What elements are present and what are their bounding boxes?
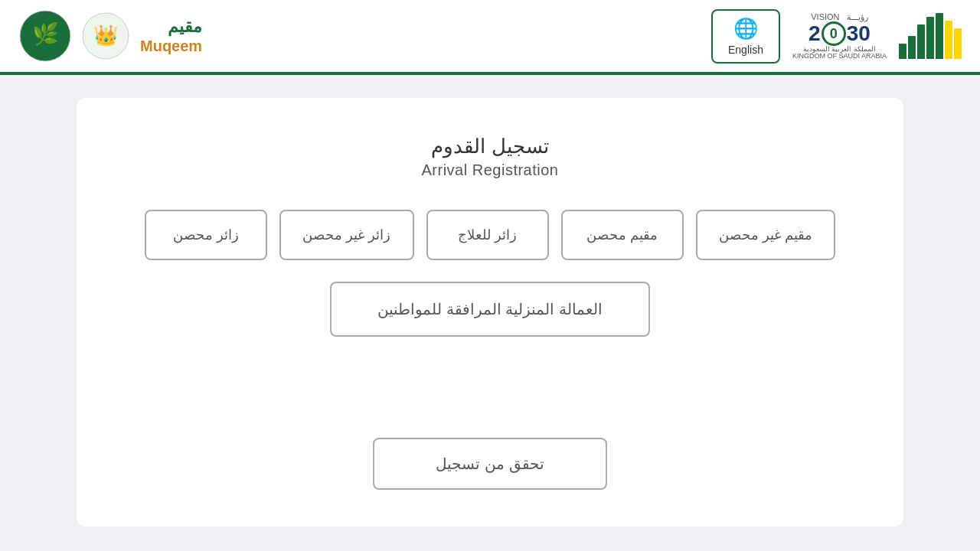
vision-2030-logo: رؤيـــة VISION 2 0 30 المملكة العربية ال… [792, 13, 887, 60]
page-title-arabic: تسجيل القدوم [431, 135, 548, 158]
muqeem-english-label: Muqeem [140, 37, 202, 55]
vision-year: 2 0 30 [808, 21, 871, 46]
btn-unvaccinated-resident[interactable]: مقيم غير محصن [696, 210, 835, 260]
muqeem-logo-icon: 👑 [81, 11, 131, 61]
globe-icon: 🌐 [733, 17, 758, 41]
svg-text:🌿: 🌿 [32, 21, 59, 47]
vision-ksa-label: المملكة العربية السعودية KINGDOM OF SAUD… [792, 46, 887, 60]
btn-check-registration[interactable]: تحقق من تسجيل [373, 438, 606, 490]
vision-arabic-text: رؤيـــة VISION [811, 13, 867, 21]
main-content: تسجيل القدوم Arrival Registration زائر م… [0, 75, 980, 549]
btn-domestic-workers[interactable]: العمالة المنزلية المرافقة للمواطنين [330, 282, 650, 337]
muqeem-arabic-label: مقيم [140, 17, 202, 37]
btn-vaccinated-visitor[interactable]: زائر محصن [145, 210, 267, 260]
bar-chart-icon [899, 13, 962, 59]
page-title-english: Arrival Registration [422, 161, 559, 179]
btn-vaccinated-resident[interactable]: مقيم محصن [561, 210, 684, 260]
muqeem-brand: مقيم Muqeem [140, 17, 202, 55]
registration-card: تسجيل القدوم Arrival Registration زائر م… [77, 98, 903, 527]
saudi-emblem-icon: 🌿 [18, 9, 72, 63]
btn-medical-visitor[interactable]: زائر للعلاج [426, 210, 549, 260]
language-button[interactable]: 🌐 English [711, 9, 780, 64]
header: 🌿 👑 مقيم Muqeem 🌐 English رؤيـــة VISION… [0, 0, 980, 75]
language-label: English [728, 44, 763, 56]
btn-unvaccinated-visitor[interactable]: زائر غير محصن [279, 210, 413, 260]
header-logo-area: 🌿 👑 مقيم Muqeem [18, 9, 202, 63]
svg-text:👑: 👑 [93, 23, 119, 47]
header-right-area: 🌐 English رؤيـــة VISION 2 0 30 المملكة … [711, 9, 962, 64]
category-buttons-row: زائر محصن زائر غير محصن زائر للعلاج مقيم… [145, 210, 835, 260]
